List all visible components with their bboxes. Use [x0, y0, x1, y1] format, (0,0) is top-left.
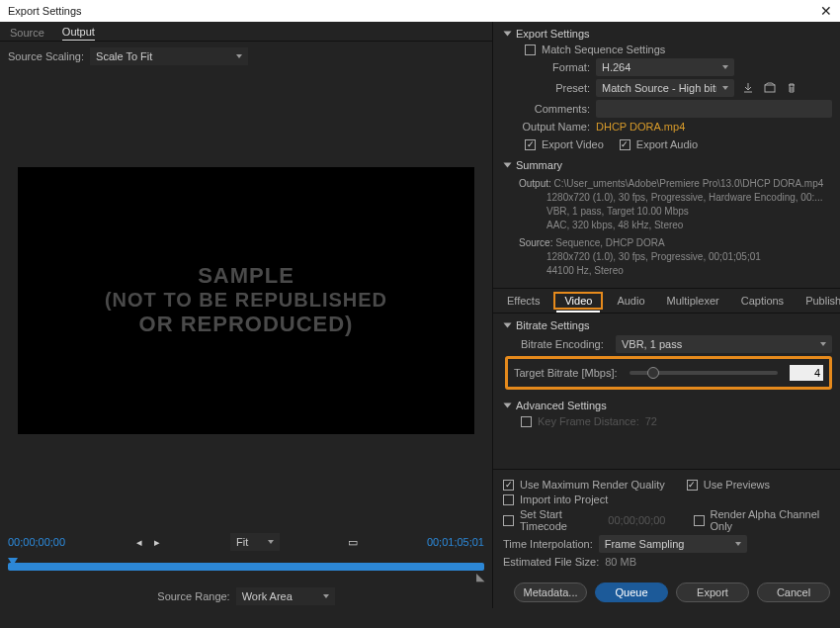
- preset-dropdown[interactable]: Match Source - High bitrate: [596, 79, 734, 97]
- aspect-icon[interactable]: ▭: [345, 535, 361, 549]
- chevron-down-icon: [268, 540, 274, 544]
- save-preset-icon[interactable]: [740, 80, 756, 96]
- timecode-end: 00;01;05;01: [427, 536, 484, 548]
- export-video-checkbox[interactable]: [525, 139, 536, 150]
- export-button[interactable]: Export: [676, 583, 749, 602]
- source-scaling-label: Source Scaling:: [8, 50, 84, 62]
- collapse-icon: [504, 32, 512, 37]
- chevron-down-icon: [236, 54, 242, 58]
- source-scaling-dropdown[interactable]: Scale To Fit: [90, 47, 248, 65]
- window-title: Export Settings: [8, 5, 82, 17]
- tab-captions[interactable]: Captions: [733, 291, 792, 311]
- use-previews-checkbox[interactable]: [687, 480, 698, 491]
- export-settings-header[interactable]: Export Settings: [505, 28, 832, 40]
- highlight-video-tab: Video: [553, 292, 603, 310]
- video-preview: SAMPLE (NOT TO BE REPUBLISHED OR REPRODU…: [18, 167, 474, 434]
- out-marker-icon[interactable]: ◣: [476, 571, 484, 583]
- settings-panel: Export Settings Match Sequence Settings …: [492, 22, 840, 608]
- tab-audio[interactable]: Audio: [609, 291, 652, 311]
- preset-label: Preset:: [505, 82, 590, 94]
- import-project-checkbox[interactable]: [503, 494, 514, 505]
- kfd-label: Key Frame Distance:: [538, 415, 639, 427]
- bitrate-encoding-dropdown[interactable]: VBR, 1 pass: [616, 335, 832, 353]
- output-name-label: Output Name:: [505, 121, 590, 133]
- set-start-tc-checkbox[interactable]: [503, 515, 514, 526]
- queue-button[interactable]: Queue: [595, 583, 668, 602]
- timecode-start[interactable]: 00;00;00;00: [8, 536, 65, 548]
- next-frame-icon[interactable]: ▸: [149, 535, 165, 549]
- close-icon[interactable]: ✕: [820, 3, 832, 19]
- collapse-icon: [504, 323, 512, 328]
- tab-video[interactable]: Video: [556, 291, 600, 313]
- advanced-header[interactable]: Advanced Settings: [505, 400, 832, 411]
- chevron-down-icon: [735, 542, 741, 546]
- export-audio-checkbox[interactable]: [620, 139, 630, 150]
- output-name-link[interactable]: DHCP DORA.mp4: [596, 121, 685, 133]
- format-label: Format:: [505, 61, 590, 73]
- format-dropdown[interactable]: H.264: [596, 58, 734, 76]
- render-alpha-checkbox[interactable]: [694, 515, 705, 526]
- source-range-label: Source Range:: [157, 590, 229, 602]
- svg-rect-0: [765, 85, 775, 92]
- render-options: Use Maximum Render Quality Use Previews …: [493, 469, 840, 577]
- timeline[interactable]: ◣: [0, 555, 492, 584]
- match-sequence-checkbox[interactable]: [525, 45, 536, 55]
- tab-effects[interactable]: Effects: [499, 291, 547, 311]
- tab-publish[interactable]: Publish: [798, 291, 840, 311]
- collapse-icon: [504, 404, 512, 408]
- bitrate-header[interactable]: Bitrate Settings: [505, 319, 832, 331]
- fit-dropdown[interactable]: Fit: [230, 533, 280, 551]
- import-preset-icon[interactable]: [762, 80, 778, 96]
- delete-preset-icon[interactable]: [784, 80, 799, 96]
- target-bitrate-slider[interactable]: [630, 371, 778, 375]
- preview-tabs: Source Output: [0, 22, 492, 42]
- tab-multiplexer[interactable]: Multiplexer: [659, 291, 727, 311]
- bitrate-encoding-label: Bitrate Encoding:: [521, 338, 610, 350]
- chevron-down-icon: [722, 86, 728, 90]
- collapse-icon: [504, 163, 512, 168]
- comments-label: Comments:: [505, 103, 590, 115]
- chevron-down-icon: [722, 65, 728, 69]
- kfd-checkbox[interactable]: [521, 416, 532, 427]
- time-interp-dropdown[interactable]: Frame Sampling: [599, 535, 747, 553]
- tab-output[interactable]: Output: [62, 26, 95, 41]
- cancel-button[interactable]: Cancel: [757, 583, 830, 602]
- time-interp-label: Time Interpolation:: [503, 538, 593, 550]
- comments-input[interactable]: [596, 100, 832, 118]
- title-bar: Export Settings ✕: [0, 0, 840, 22]
- summary-output: Output: C:\User_uments\Adobe\Premiere Pr…: [519, 175, 832, 234]
- est-size-value: 80 MB: [605, 556, 636, 568]
- est-size-label: Estimated File Size:: [503, 556, 599, 568]
- prev-frame-icon[interactable]: ◂: [131, 535, 147, 549]
- target-bitrate-label: Target Bitrate [Mbps]:: [514, 367, 618, 379]
- summary-header[interactable]: Summary: [505, 159, 832, 171]
- settings-tabs: Effects Video Audio Multiplexer Captions…: [493, 288, 840, 314]
- source-range-dropdown[interactable]: Work Area: [236, 587, 335, 605]
- match-sequence-label: Match Sequence Settings: [542, 44, 665, 55]
- target-bitrate-input[interactable]: [790, 365, 823, 381]
- chevron-down-icon: [820, 342, 826, 346]
- slider-thumb-icon[interactable]: [647, 367, 659, 379]
- summary-source: Source: Sequence, DHCP DORA 1280x720 (1.…: [519, 234, 832, 280]
- use-max-quality-checkbox[interactable]: [503, 480, 514, 491]
- metadata-button[interactable]: Metadata...: [514, 583, 587, 602]
- highlight-target-bitrate: Target Bitrate [Mbps]:: [505, 356, 832, 390]
- preview-panel: Source Output Source Scaling: Scale To F…: [0, 22, 492, 608]
- tab-source[interactable]: Source: [10, 27, 44, 41]
- chevron-down-icon: [323, 594, 329, 598]
